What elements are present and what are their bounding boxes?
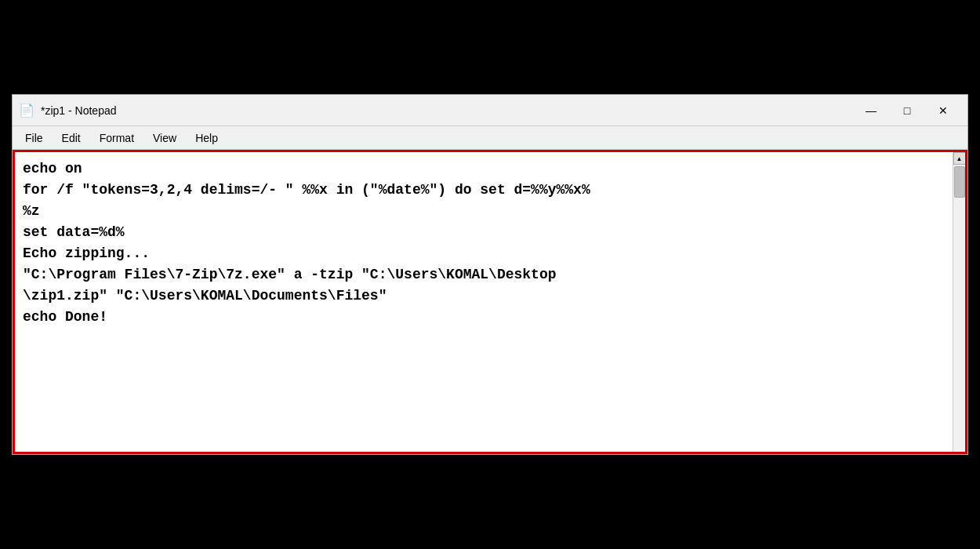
app-icon: 📄: [19, 103, 34, 118]
close-button[interactable]: ✕: [925, 98, 961, 123]
window-title: *zip1 - Notepad: [41, 104, 853, 117]
editor-area: echo on for /f "tokens=3,2,4 delims=/- "…: [13, 150, 967, 454]
window-controls: — □ ✕: [853, 98, 961, 123]
menu-help[interactable]: Help: [186, 126, 227, 149]
menu-view[interactable]: View: [143, 126, 186, 149]
notepad-window: 📄 *zip1 - Notepad — □ ✕ File Edit Format…: [12, 94, 968, 455]
menu-file[interactable]: File: [16, 126, 53, 149]
scroll-up-arrow[interactable]: ▲: [953, 152, 966, 165]
menu-format[interactable]: Format: [90, 126, 143, 149]
scrollbar-thumb[interactable]: [954, 166, 965, 198]
menu-edit[interactable]: Edit: [53, 126, 90, 149]
minimize-button[interactable]: —: [853, 98, 889, 123]
maximize-button[interactable]: □: [889, 98, 925, 123]
vertical-scrollbar[interactable]: ▲: [953, 152, 965, 452]
title-bar: 📄 *zip1 - Notepad — □ ✕: [13, 95, 967, 126]
text-editor[interactable]: echo on for /f "tokens=3,2,4 delims=/- "…: [15, 152, 953, 452]
menu-bar: File Edit Format View Help: [13, 126, 967, 150]
